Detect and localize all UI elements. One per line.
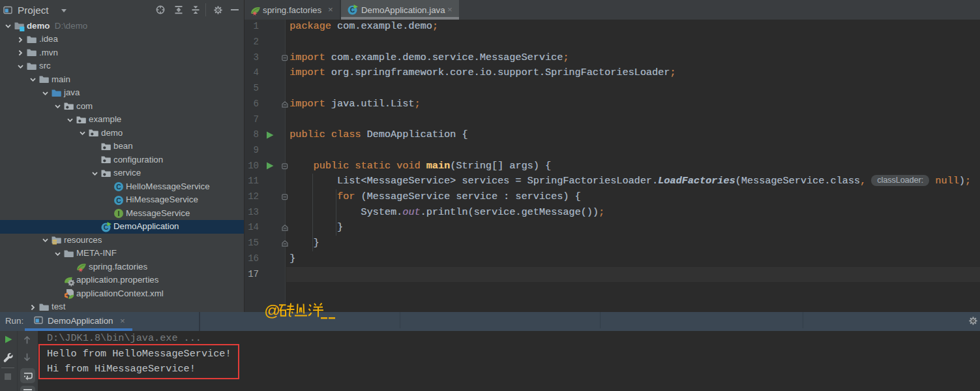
svg-text:I: I [118, 210, 120, 217]
svg-text:C: C [116, 183, 121, 191]
svg-text:C: C [116, 196, 121, 204]
